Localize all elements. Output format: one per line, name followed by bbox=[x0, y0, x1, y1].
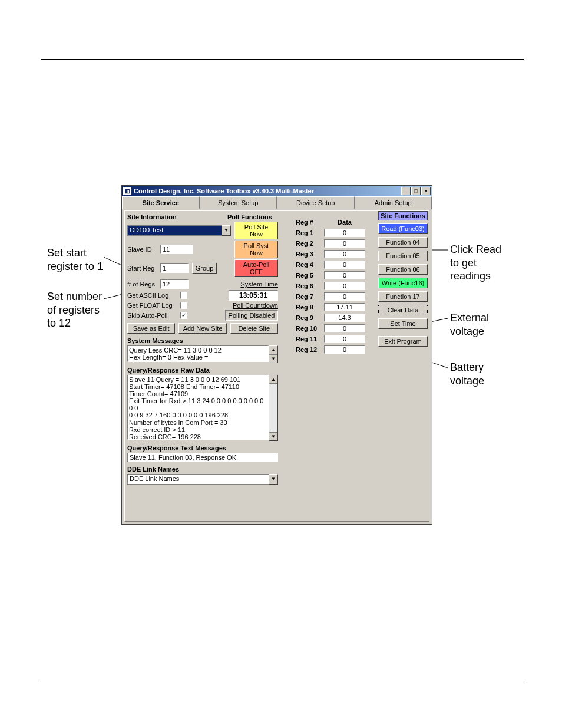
skip-auto-label: Skip Auto-Poll bbox=[127, 312, 177, 319]
clear-data-button[interactable]: Clear Data bbox=[378, 305, 428, 315]
tab-admin-setup[interactable]: Admin Setup bbox=[355, 196, 432, 209]
get-ascii-checkbox[interactable] bbox=[180, 292, 187, 299]
dde-dropdown[interactable]: DDE Link Names ▼ bbox=[127, 474, 278, 485]
start-reg-input[interactable]: 1 bbox=[160, 263, 189, 273]
reg-value: 0 bbox=[324, 229, 365, 237]
site-name-value: CD100 Test bbox=[127, 225, 222, 236]
function06-button[interactable]: Function 06 bbox=[378, 264, 428, 275]
annot-start-reg: Set start register to 1 bbox=[47, 246, 103, 273]
sysmsg-line2: Hex Length= 0 Hex Value = bbox=[129, 354, 267, 361]
app-window: ◧ Control Design, Inc. Software Toolbox … bbox=[121, 185, 432, 525]
num-regs-label: # of Regs bbox=[127, 281, 157, 288]
reg-value: 0 bbox=[324, 345, 365, 354]
annot-ext-volt: External voltage bbox=[450, 311, 489, 338]
reg-label: Reg 5 bbox=[296, 272, 324, 279]
system-time-display: 13:05:31 bbox=[229, 290, 278, 301]
text-messages-box: Slave 11, Function 03, Response OK bbox=[127, 453, 278, 462]
reg-label: Reg 10 bbox=[296, 325, 324, 332]
reg-value: 0 bbox=[324, 250, 365, 258]
sysmsg-scrollbar[interactable]: ▲ ▼ bbox=[269, 345, 278, 363]
start-reg-label: Start Reg bbox=[127, 265, 157, 272]
reg-value: 0 bbox=[324, 271, 365, 279]
annot-batt-volt: Battery voltage bbox=[450, 361, 484, 387]
dde-value: DDE Link Names bbox=[127, 474, 269, 485]
rule-bottom bbox=[41, 683, 524, 683]
auto-poll-off-button[interactable]: Auto-Poll OFF bbox=[234, 259, 278, 277]
rule-top bbox=[41, 59, 524, 60]
raw-scrollbar[interactable]: ▲ ▼ bbox=[269, 375, 278, 441]
annot-click-read: Click Read to get readings bbox=[450, 243, 501, 283]
pane-site-service: Site Information Poll Functions CD100 Te… bbox=[124, 210, 429, 522]
raw-data-header: Query/Response Raw Data bbox=[127, 367, 278, 374]
reg-value: 0 bbox=[324, 261, 365, 269]
raw-data-box: Slave 11 Query = 11 3 0 0 0 12 69 101 St… bbox=[127, 375, 269, 440]
set-time-button[interactable]: Set Time bbox=[378, 318, 428, 329]
dde-header: DDE Link Names bbox=[127, 466, 278, 473]
group-button[interactable]: Group bbox=[192, 263, 217, 274]
reg-value: 0 bbox=[324, 292, 365, 301]
function04-button[interactable]: Function 04 bbox=[378, 237, 428, 248]
get-float-checkbox[interactable] bbox=[180, 302, 187, 309]
sysmsg-line1: Query Less CRC= 11 3 0 0 0 12 bbox=[129, 347, 267, 354]
reg-label: Reg 4 bbox=[296, 261, 324, 268]
add-new-site-button[interactable]: Add New Site bbox=[178, 323, 226, 334]
app-icon: ◧ bbox=[123, 187, 131, 195]
reg-label: Reg 12 bbox=[296, 346, 324, 353]
exit-program-button[interactable]: Exit Program bbox=[378, 336, 428, 347]
reg-value: 0 bbox=[324, 282, 365, 290]
slave-id-label: Slave ID bbox=[127, 246, 157, 253]
titlebar: ◧ Control Design, Inc. Software Toolbox … bbox=[122, 186, 432, 196]
reg-header-data: Data bbox=[324, 219, 365, 226]
annot-num-regs: Set number of registers to 12 bbox=[47, 290, 102, 330]
reg-label: Reg 11 bbox=[296, 335, 324, 342]
text-messages-header: Query/Response Text Messages bbox=[127, 444, 278, 452]
function17-button[interactable]: Function 17 bbox=[378, 291, 428, 302]
minimize-button[interactable]: _ bbox=[401, 187, 411, 195]
save-as-edit-button[interactable]: Save as Edit bbox=[127, 323, 175, 334]
reg-label: Reg 1 bbox=[296, 229, 324, 236]
poll-syst-button[interactable]: Poll Syst Now bbox=[234, 241, 278, 258]
reg-label: Reg 8 bbox=[296, 304, 324, 311]
maximize-button[interactable]: □ bbox=[411, 187, 421, 195]
poll-functions-header: Poll Functions bbox=[227, 213, 272, 220]
chevron-down-icon: ▼ bbox=[222, 225, 231, 236]
reg-label: Reg 3 bbox=[296, 251, 324, 258]
delete-site-button[interactable]: Delete Site bbox=[230, 323, 278, 334]
tab-site-service[interactable]: Site Service bbox=[122, 196, 200, 209]
system-messages-header: System Messages bbox=[127, 337, 278, 344]
poll-countdown-label: Poll Countdown bbox=[233, 302, 278, 309]
close-button[interactable]: × bbox=[421, 187, 431, 195]
reg-value: 17.11 bbox=[324, 303, 365, 311]
get-float-label: Get FLOAT Log bbox=[127, 302, 177, 309]
reg-label: Reg 9 bbox=[296, 314, 324, 321]
reg-label: Reg 6 bbox=[296, 282, 324, 289]
register-table: Reg # Data Reg 10 Reg 20 Reg 30 Reg 40 R… bbox=[296, 217, 372, 355]
reg-value: 14.3 bbox=[324, 314, 365, 322]
num-regs-input[interactable]: 12 bbox=[160, 279, 189, 289]
poll-site-button[interactable]: Poll Site Now bbox=[234, 222, 278, 239]
read-func03-button[interactable]: Read (Func03) bbox=[378, 223, 428, 234]
reg-value: 0 bbox=[324, 335, 365, 343]
skip-auto-checkbox[interactable]: ✓ bbox=[180, 312, 187, 319]
site-functions-header: Site Functions bbox=[378, 211, 428, 220]
reg-label: Reg 7 bbox=[296, 293, 324, 300]
get-ascii-label: Get ASCII Log bbox=[127, 292, 177, 299]
chevron-down-icon: ▼ bbox=[269, 474, 278, 485]
reg-header-num: Reg # bbox=[296, 219, 324, 226]
site-name-dropdown[interactable]: CD100 Test ▼ bbox=[127, 225, 231, 236]
write-func16-button[interactable]: Write (Func16) bbox=[378, 278, 428, 288]
function05-button[interactable]: Function 05 bbox=[378, 251, 428, 261]
system-time-label: System Time bbox=[240, 281, 278, 288]
polling-disabled-status: Polling Disabled bbox=[225, 310, 278, 321]
tab-strip: Site Service System Setup Device Setup A… bbox=[122, 196, 432, 209]
reg-label: Reg 2 bbox=[296, 240, 324, 247]
window-title: Control Design, Inc. Software Toolbox v3… bbox=[134, 187, 401, 195]
reg-value: 0 bbox=[324, 239, 365, 248]
reg-value: 0 bbox=[324, 324, 365, 332]
tab-system-setup[interactable]: System Setup bbox=[200, 196, 277, 209]
slave-id-input[interactable]: 11 bbox=[160, 245, 193, 254]
tab-device-setup[interactable]: Device Setup bbox=[277, 196, 355, 209]
